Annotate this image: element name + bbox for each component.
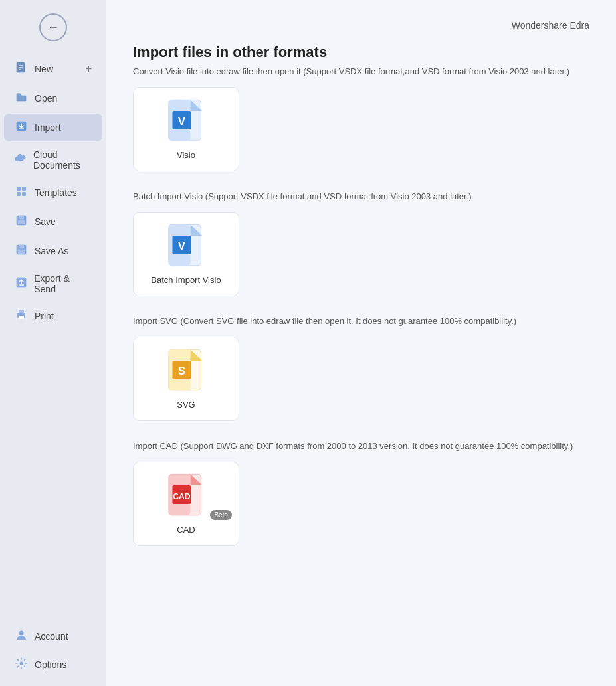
sidebar-item-import[interactable]: Import (4, 114, 102, 141)
import-icon (15, 120, 28, 135)
sidebar-item-cloud[interactable]: Cloud Documents (4, 143, 102, 177)
print-icon (15, 309, 28, 323)
save-as-label: Save As (35, 246, 68, 256)
batch-visio-file-icon: V (167, 223, 205, 268)
top-bar: Wondershare Edra (133, 20, 589, 31)
batch-visio-description: Batch Import Visio (Support VSDX file fo… (133, 191, 589, 201)
svg-text:V: V (178, 115, 186, 128)
svg-text:V: V (178, 240, 186, 252)
svg-point-21 (19, 631, 24, 636)
import-label: Import (35, 122, 61, 133)
svg-section: Import SVG (Convert SVG file into edraw … (133, 316, 589, 421)
cloud-icon (15, 153, 27, 167)
svg-import-card[interactable]: S SVG (133, 337, 239, 421)
svg-rect-8 (17, 192, 21, 196)
batch-visio-import-card[interactable]: V Batch Import Visio (133, 212, 239, 296)
sidebar-item-account[interactable]: Account (4, 622, 102, 650)
new-icon (15, 62, 28, 76)
app-title: Wondershare Edra (512, 20, 589, 31)
svg-rect-9 (22, 192, 26, 196)
batch-visio-card-label: Batch Import Visio (151, 275, 221, 285)
cad-import-card[interactable]: CAD Beta CAD (133, 462, 239, 546)
new-label: New (35, 64, 53, 74)
export-label: Export & Send (34, 273, 92, 294)
main-content: Wondershare Edra Import files in other f… (106, 0, 616, 686)
sidebar-item-export[interactable]: Export & Send (4, 266, 102, 301)
svg-rect-11 (19, 216, 24, 219)
templates-icon (15, 185, 28, 200)
svg-point-22 (20, 662, 23, 665)
open-label: Open (35, 93, 57, 104)
sidebar: ← New + Open (0, 0, 106, 686)
visio-import-card[interactable]: V Visio (133, 87, 239, 171)
cad-section: Import CAD (Support DWG and DXF formats … (133, 441, 589, 546)
save-as-icon (15, 244, 28, 258)
batch-visio-section: Batch Import Visio (Support VSDX file fo… (133, 191, 589, 296)
open-icon (15, 91, 28, 106)
svg-rect-7 (22, 187, 26, 191)
export-icon (15, 276, 27, 291)
svg-rect-19 (19, 310, 24, 313)
svg-rect-15 (18, 250, 25, 254)
sidebar-item-options[interactable]: Options (4, 651, 102, 679)
page-title: Import files in other formats (133, 44, 589, 61)
print-label: Print (35, 311, 54, 321)
account-label: Account (35, 631, 68, 642)
cloud-label: Cloud Documents (33, 149, 92, 171)
new-plus-icon: + (86, 63, 92, 75)
templates-label: Templates (35, 187, 77, 198)
visio-description: Convert Visio file into edraw file then … (133, 66, 589, 76)
svg-text:CAD: CAD (173, 492, 191, 501)
sidebar-item-new[interactable]: New + (4, 55, 102, 83)
visio-section: Convert Visio file into edraw file then … (133, 66, 589, 171)
cad-description: Import CAD (Support DWG and DXF formats … (133, 441, 589, 451)
svg-rect-20 (19, 316, 24, 319)
sidebar-item-save[interactable]: Save (4, 208, 102, 236)
svg-rect-12 (18, 220, 25, 224)
save-label: Save (35, 216, 56, 227)
sidebar-bottom: Account Options (0, 622, 106, 679)
svg-text:S: S (178, 365, 185, 377)
cad-card-label: CAD (177, 525, 195, 535)
sidebar-item-print[interactable]: Print (4, 302, 102, 330)
cad-file-icon: CAD (167, 473, 205, 518)
visio-file-icon: V (167, 98, 205, 143)
account-icon (15, 629, 28, 643)
options-icon (15, 657, 28, 672)
svg-rect-6 (17, 187, 21, 191)
visio-card-label: Visio (177, 150, 195, 160)
svg-file-icon: S (167, 348, 205, 393)
svg-card-label: SVG (177, 400, 195, 410)
back-button[interactable]: ← (39, 13, 67, 41)
sidebar-item-save-as[interactable]: Save As (4, 237, 102, 265)
sidebar-item-open[interactable]: Open (4, 84, 102, 112)
options-label: Options (35, 659, 66, 670)
beta-badge: Beta (210, 510, 232, 520)
svg-description: Import SVG (Convert SVG file into edraw … (133, 316, 589, 326)
svg-rect-14 (19, 245, 24, 248)
sidebar-item-templates[interactable]: Templates (4, 179, 102, 207)
save-icon (15, 214, 28, 229)
